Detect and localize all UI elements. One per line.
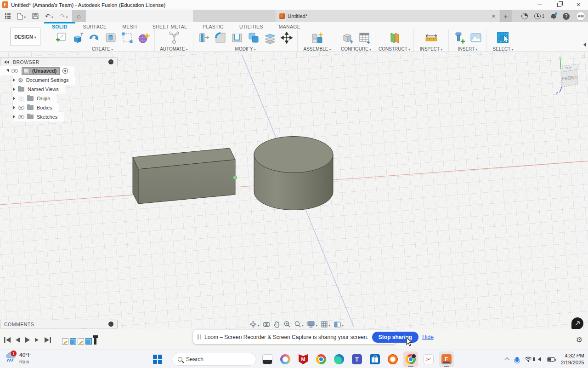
restore-button[interactable]	[549, 0, 569, 10]
workspace-selector-button[interactable]: DESIGN	[10, 28, 40, 46]
shell-button[interactable]	[229, 30, 245, 46]
speaker-icon[interactable]	[538, 357, 541, 362]
measure-button[interactable]	[424, 30, 439, 46]
browser-item-sketches[interactable]: Sketches	[13, 112, 64, 121]
browser-item-named-views[interactable]: Named Views	[13, 85, 65, 94]
construct-button[interactable]	[387, 30, 402, 46]
sketch-point-marker[interactable]	[233, 176, 237, 179]
ribbon-overflow-arrow[interactable]	[583, 42, 586, 47]
move-copy-button[interactable]	[279, 30, 294, 46]
visibility-eye-icon[interactable]	[18, 115, 24, 119]
preferences-gear-icon[interactable]: ⚙	[576, 335, 582, 344]
viewport-canvas[interactable]: ⌂ TOP FRONT Z BROWSER (Unsaved) ⚙ Do	[0, 52, 588, 349]
taskbar-chrome-sharing-app[interactable]	[403, 351, 418, 367]
select-button[interactable]	[495, 30, 511, 46]
browser-item-bodies[interactable]: Bodies	[13, 103, 59, 112]
taskbar-copilot-app[interactable]	[278, 351, 293, 367]
pattern-button[interactable]	[119, 30, 135, 46]
visibility-eye-off-icon[interactable]	[18, 97, 24, 101]
browser-header[interactable]: BROWSER	[0, 58, 118, 66]
collapse-panel-icon[interactable]	[4, 60, 9, 64]
file-menu-button[interactable]	[15, 11, 28, 21]
inspect-group-label[interactable]: INSPECT	[420, 46, 442, 52]
revolve-button[interactable]	[86, 30, 102, 46]
collapsed-triangle-icon[interactable]	[13, 87, 15, 91]
job-status-button[interactable]: 1	[534, 13, 544, 19]
taskbar-edge-app[interactable]	[332, 351, 346, 367]
tab-utilities[interactable]: UTILITIES	[232, 22, 271, 29]
tab-plastic[interactable]: PLASTIC	[195, 22, 232, 29]
expanded-triangle-icon[interactable]	[6, 69, 9, 72]
activate-component-radio[interactable]	[62, 68, 68, 74]
pan-button[interactable]	[273, 321, 280, 328]
taskbar-firefox-app[interactable]	[385, 351, 400, 367]
automate-group-label[interactable]: AUTOMATE	[160, 46, 188, 52]
look-at-button[interactable]	[263, 321, 270, 328]
select-group-label[interactable]: SELECT	[493, 46, 514, 52]
taskbar-chrome-app[interactable]	[314, 351, 328, 367]
timeline-step-forward-button[interactable]	[34, 337, 40, 343]
modify-group-label[interactable]: MODIFY	[235, 46, 256, 52]
configuration-table-button[interactable]	[356, 30, 372, 46]
timeline-go-end-button[interactable]	[44, 337, 51, 343]
create-sketch-button[interactable]	[53, 30, 69, 46]
browser-item-origin[interactable]: Origin	[13, 94, 57, 103]
close-button[interactable]: ✕	[569, 0, 588, 10]
tab-mesh[interactable]: MESH	[114, 22, 145, 29]
timeline-play-button[interactable]	[24, 337, 31, 343]
wifi-icon[interactable]	[525, 356, 532, 362]
taskbar-files-app[interactable]	[260, 351, 275, 367]
new-document-button[interactable]: +	[500, 10, 512, 22]
press-pull-button[interactable]	[196, 30, 212, 46]
collapsed-triangle-icon[interactable]	[13, 78, 15, 82]
create-group-label[interactable]: CREATE	[92, 46, 113, 52]
document-tab[interactable]: Untitled* ✕	[276, 10, 499, 22]
automate-button[interactable]	[166, 30, 182, 46]
timeline-go-start-button[interactable]	[4, 337, 11, 343]
timeline-step-back-button[interactable]	[15, 337, 21, 343]
grid-snap-button[interactable]	[321, 320, 330, 328]
start-button[interactable]	[153, 355, 163, 364]
taskbar-mcafee-app[interactable]: M	[296, 351, 311, 367]
home-tab-button[interactable]: ⌂	[72, 10, 86, 22]
timeline-sketch1-item[interactable]	[62, 338, 68, 345]
browser-root-row[interactable]: (Unsaved)	[0, 66, 74, 75]
visibility-eye-icon[interactable]	[18, 106, 24, 110]
taskbar-snipping-app[interactable]: ✂	[421, 351, 436, 367]
timeline-extrude2-item[interactable]	[85, 338, 92, 345]
root-component-chip[interactable]: (Unsaved)	[22, 67, 60, 75]
construct-group-label[interactable]: CONSTRUCT	[379, 46, 410, 52]
taskbar-store-app[interactable]	[368, 351, 382, 367]
hole-button[interactable]	[103, 30, 119, 46]
app-grid-button[interactable]	[3, 11, 13, 21]
viewports-button[interactable]	[334, 320, 344, 328]
insert-mcmaster-button[interactable]	[452, 30, 467, 46]
insert-image-button[interactable]	[468, 30, 484, 46]
account-avatar[interactable]: AM	[576, 12, 585, 21]
combine-button[interactable]	[246, 30, 261, 46]
tab-surface[interactable]: SURFACE	[75, 22, 115, 29]
orbit-button[interactable]	[249, 320, 260, 328]
taskbar-fusion-app[interactable]: F	[439, 351, 454, 367]
create-form-button[interactable]	[136, 30, 152, 46]
assemble-group-label[interactable]: ASSEMBLE	[304, 46, 331, 52]
configure-button[interactable]	[340, 30, 356, 46]
collapsed-triangle-icon[interactable]	[13, 97, 15, 100]
taskbar-teams-app[interactable]: T	[350, 351, 364, 367]
save-button[interactable]	[30, 11, 41, 21]
tray-clock[interactable]: 4:32 PM 2/19/2025	[561, 352, 584, 366]
comments-bar[interactable]: COMMENTS	[0, 320, 118, 328]
visibility-eye-icon[interactable]	[11, 69, 18, 73]
undo-button[interactable]: ↶	[43, 11, 56, 21]
timeline-position-marker[interactable]	[94, 335, 96, 345]
fillet-button[interactable]	[213, 30, 228, 46]
microphone-in-use-icon[interactable]	[515, 357, 519, 362]
insert-group-label[interactable]: INSERT	[458, 46, 478, 52]
tab-sheet-metal[interactable]: SHEET METAL	[145, 22, 195, 29]
timeline-sketch2-item[interactable]	[78, 338, 84, 345]
notifications-button[interactable]	[551, 13, 556, 19]
display-settings-button[interactable]	[307, 320, 317, 328]
extensions-icon[interactable]	[521, 13, 528, 19]
assemble-button[interactable]	[310, 30, 325, 46]
browser-minimize-icon[interactable]	[108, 59, 113, 64]
